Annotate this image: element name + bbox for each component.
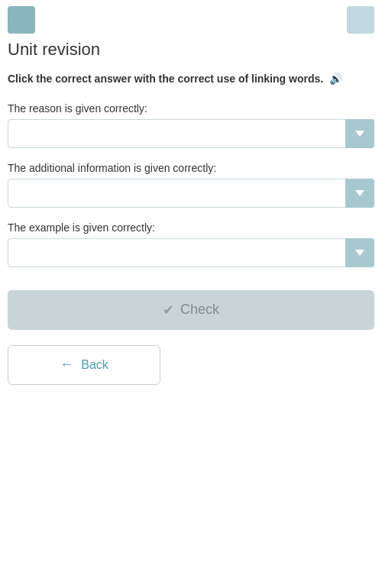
additional-dropdown-wrapper: [8, 179, 374, 208]
instruction-label: Click the correct answer with the correc…: [8, 73, 323, 85]
additional-label: The additional information is given corr…: [8, 162, 374, 174]
question-group-additional: The additional information is given corr…: [8, 162, 374, 208]
instruction-text: Click the correct answer with the correc…: [8, 72, 374, 87]
close-button[interactable]: [347, 6, 374, 34]
question-group-example: The example is given correctly:: [8, 221, 374, 267]
check-label: Check: [180, 302, 219, 318]
main-content: Click the correct answer with the correc…: [0, 72, 382, 385]
reason-dropdown[interactable]: [8, 119, 374, 148]
example-dropdown[interactable]: [8, 238, 374, 267]
check-button[interactable]: ✔ Check: [8, 290, 374, 330]
example-dropdown-wrapper: [8, 238, 374, 267]
check-icon: ✔: [163, 302, 174, 318]
speaker-icon[interactable]: 🔊: [329, 72, 342, 87]
page-title: Unit revision: [0, 40, 382, 72]
question-group-reason: The reason is given correctly:: [8, 102, 374, 148]
back-label: Back: [81, 358, 108, 372]
reason-dropdown-wrapper: [8, 119, 374, 148]
reason-label: The reason is given correctly:: [8, 102, 374, 115]
top-bar: [0, 0, 382, 40]
back-button[interactable]: ← Back: [8, 345, 160, 385]
example-label: The example is given correctly:: [8, 221, 374, 234]
back-arrow-icon: ←: [60, 357, 73, 373]
additional-dropdown[interactable]: [8, 179, 374, 208]
menu-button[interactable]: [8, 6, 35, 34]
